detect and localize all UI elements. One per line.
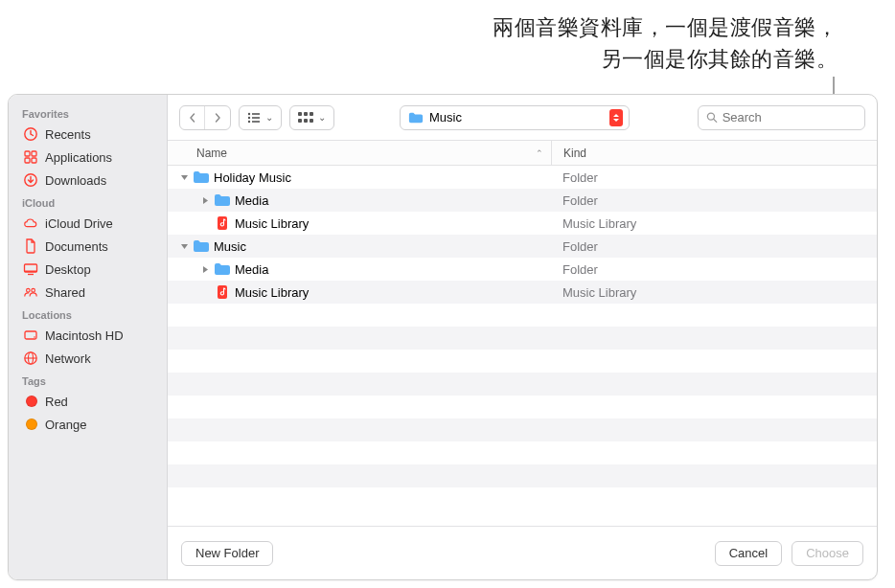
- file-name: Holiday Music: [214, 170, 291, 185]
- empty-row: [168, 304, 877, 327]
- svg-rect-9: [25, 331, 36, 339]
- sidebar-item-downloads[interactable]: Downloads: [9, 169, 167, 192]
- svg-rect-23: [298, 119, 302, 123]
- disk-icon: [22, 327, 39, 344]
- svg-rect-24: [304, 119, 308, 123]
- music-library-icon: [214, 215, 231, 231]
- sidebar-section-title: Tags: [9, 370, 167, 390]
- disclosure-triangle-icon[interactable]: [179, 172, 189, 182]
- svg-rect-19: [252, 121, 260, 123]
- sidebar-item-macintosh-hd[interactable]: Macintosh HD: [9, 324, 167, 347]
- svg-point-14: [248, 112, 250, 114]
- file-name: Media: [235, 262, 268, 277]
- search-field[interactable]: [698, 105, 865, 130]
- disclosure-triangle-icon[interactable]: [200, 195, 210, 205]
- main-pane: ⌄ ⌄ Music: [168, 95, 877, 579]
- empty-row: [168, 441, 877, 464]
- view-list-button[interactable]: ⌄: [239, 105, 282, 130]
- sidebar-section-title: iCloud: [9, 192, 167, 212]
- svg-point-18: [248, 120, 250, 122]
- file-name: Music Library: [235, 216, 309, 231]
- cloud-icon: [22, 215, 39, 232]
- sidebar-item-network[interactable]: Network: [9, 347, 167, 370]
- svg-rect-22: [310, 112, 313, 116]
- sidebar-item-applications[interactable]: Applications: [9, 146, 167, 169]
- sidebar-item-red[interactable]: Red: [9, 390, 167, 413]
- file-row[interactable]: MediaFolder: [168, 258, 877, 281]
- column-name-label: Name: [196, 147, 227, 160]
- sidebar-item-documents[interactable]: Documents: [9, 235, 167, 258]
- file-row[interactable]: MediaFolder: [168, 189, 877, 212]
- sidebar-section-title: Locations: [9, 304, 167, 324]
- app-grid-icon: [22, 148, 39, 166]
- tag-icon: [22, 416, 39, 433]
- file-row[interactable]: Music LibraryMusic Library: [168, 212, 877, 235]
- chevron-down-icon: ⌄: [265, 112, 273, 123]
- download-icon: [22, 171, 39, 189]
- tag-icon: [22, 393, 39, 410]
- file-row[interactable]: Holiday MusicFolder: [168, 166, 877, 189]
- svg-rect-7: [25, 271, 37, 273]
- group-button[interactable]: ⌄: [289, 105, 334, 130]
- path-dropdown[interactable]: Music: [400, 105, 630, 130]
- chevron-down-icon: ⌄: [318, 112, 326, 123]
- sidebar-item-orange[interactable]: Orange: [9, 413, 167, 436]
- desktop-icon: [22, 260, 39, 278]
- empty-row: [168, 373, 877, 396]
- svg-line-27: [714, 119, 717, 122]
- disclosure-triangle-icon[interactable]: [179, 241, 189, 251]
- empty-row: [168, 350, 877, 373]
- sidebar: FavoritesRecentsApplicationsDownloadsiCl…: [9, 95, 168, 579]
- sidebar-item-label: Documents: [45, 239, 108, 254]
- sidebar-item-icloud-drive[interactable]: iCloud Drive: [9, 212, 167, 235]
- disclosure-triangle-icon[interactable]: [200, 264, 210, 274]
- annotation-text: 兩個音樂資料庫，一個是渡假音樂， 另一個是你其餘的音樂。: [493, 11, 838, 75]
- column-header-kind[interactable]: Kind: [551, 141, 877, 165]
- file-kind: Music Library: [551, 216, 877, 231]
- svg-rect-20: [298, 112, 302, 116]
- column-header-name[interactable]: Name ⌃: [168, 147, 551, 160]
- file-kind: Folder: [551, 193, 877, 208]
- empty-row: [168, 327, 877, 350]
- forward-button[interactable]: [205, 106, 230, 129]
- file-name: Music: [214, 239, 246, 254]
- folder-icon: [193, 170, 210, 185]
- music-library-icon: [214, 284, 231, 300]
- search-input[interactable]: [723, 110, 857, 124]
- folder-icon: [408, 111, 424, 124]
- svg-rect-17: [252, 117, 260, 119]
- globe-icon: [22, 350, 39, 367]
- sidebar-item-label: Macintosh HD: [45, 328, 124, 343]
- annotation-line2: 另一個是你其餘的音樂。: [493, 43, 838, 75]
- footer: New Folder Cancel Choose: [168, 526, 877, 579]
- sidebar-item-desktop[interactable]: Desktop: [9, 258, 167, 281]
- choose-button[interactable]: Choose: [792, 541, 863, 566]
- sidebar-item-recents[interactable]: Recents: [9, 123, 167, 146]
- path-stepper-icon: [609, 109, 623, 126]
- file-kind: Folder: [551, 262, 877, 277]
- file-row[interactable]: MusicFolder: [168, 235, 877, 258]
- cancel-button[interactable]: Cancel: [715, 541, 782, 566]
- new-folder-button[interactable]: New Folder: [181, 541, 273, 566]
- back-button[interactable]: [180, 106, 205, 129]
- folder-icon: [214, 261, 231, 277]
- svg-rect-1: [25, 151, 30, 156]
- file-name: Media: [235, 193, 268, 208]
- sidebar-item-label: Orange: [45, 418, 86, 432]
- svg-rect-2: [32, 151, 36, 156]
- group-icon: [298, 112, 313, 124]
- disclosure-triangle-icon: [200, 218, 210, 228]
- sidebar-section-title: Favorites: [9, 102, 167, 123]
- svg-rect-25: [310, 119, 313, 123]
- sort-indicator-icon: ⌃: [536, 148, 543, 158]
- search-icon: [706, 111, 718, 124]
- folder-icon: [214, 192, 231, 208]
- sidebar-item-label: Recents: [45, 127, 91, 142]
- doc-icon: [22, 237, 39, 255]
- file-row[interactable]: Music LibraryMusic Library: [168, 281, 877, 304]
- sidebar-item-shared[interactable]: Shared: [9, 281, 167, 304]
- column-headers: Name ⌃ Kind: [168, 141, 877, 166]
- sidebar-item-label: Desktop: [45, 262, 91, 277]
- svg-point-10: [34, 336, 35, 338]
- sidebar-item-label: Shared: [45, 285, 85, 300]
